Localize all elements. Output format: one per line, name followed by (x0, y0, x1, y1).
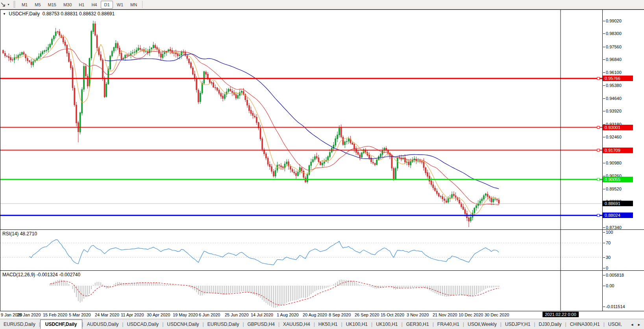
price-tick: 0.96100 (606, 70, 622, 75)
rsi-pane-separator[interactable] (0, 229, 644, 230)
timeframe-button-h1[interactable]: H1 (76, 1, 87, 9)
date-tick-label: 25 Jun 2020 (225, 312, 249, 317)
date-tick-label: 10 Dec 2020 (459, 312, 483, 317)
timeframe-button-m5[interactable]: M5 (31, 1, 44, 9)
date-tick-label: 1 Aug 2020 (277, 312, 299, 317)
tab-scroll-left-icon[interactable]: ◄ (630, 323, 634, 327)
timeframe-button-m30[interactable]: M30 (60, 1, 75, 9)
rsi-axis-tick: 0 (606, 266, 608, 270)
chart-tab-usdchf-daily[interactable]: USDCHF,Daily (40, 320, 82, 329)
price-tick: 0.92460 (606, 135, 622, 139)
date-tick-label: 30 Apr 2020 (147, 312, 170, 317)
tab-scroll-controls: ◄ ► (626, 320, 644, 329)
level-price-badge: 0.90055 (603, 177, 633, 182)
timeframe-button-d1[interactable]: D1 (101, 1, 113, 9)
chart-tab-eurusd-daily[interactable]: EURUSD,Daily (0, 320, 39, 329)
collapse-triangle-icon[interactable]: ▼ (3, 12, 6, 16)
chart-tab-usoil-weekly[interactable]: USOil,Weekly (464, 320, 500, 329)
chart-tab-usdcad-daily[interactable]: USDCAD,Daily (123, 320, 162, 329)
chart-tab-ger30-h1[interactable]: GER30,H1 (403, 320, 433, 329)
chart-tab-eurusd-daily[interactable]: EURUSD,Daily (204, 320, 243, 329)
price-tick: 0.98300 (606, 31, 622, 36)
rsi-indicator-label: RSI(14) 48.2710 (2, 231, 37, 237)
date-tick-label: 5 Mar 2020 (69, 312, 91, 317)
chart-symbol-label: USDCHF,Daily (9, 11, 40, 17)
chart-tool-icon (0, 2, 6, 7)
caret-down-icon[interactable]: ▼ (7, 3, 10, 6)
macd-pane-separator[interactable] (0, 270, 644, 271)
main-price-pane (0, 21, 602, 227)
macd-axis-tick: 0.005818 (606, 273, 624, 277)
chart-tool-button[interactable]: ▼ (0, 2, 11, 7)
chart-tab-gbpusd-h4[interactable]: GBPUSD,H4 (244, 320, 278, 329)
tab-scroll-right-icon[interactable]: ► (637, 323, 641, 327)
date-tick-label: 26 Sep 2020 (355, 312, 379, 317)
timeframe-button-w1[interactable]: W1 (114, 1, 127, 9)
chart-tab-usdcnh-daily[interactable]: USDCNH,Daily (163, 320, 202, 329)
timeframe-button-m15[interactable]: M15 (45, 1, 59, 9)
timeframe-button-m1[interactable]: M1 (19, 1, 31, 9)
chart-tab-uk100-h1[interactable]: UK100,H1 (342, 320, 371, 329)
level-price-badge: 0.93001 (603, 125, 633, 130)
date-tick-label: 6 Jun 2020 (199, 312, 220, 317)
price-tick: 0.93920 (606, 109, 622, 113)
chart-tab-hk50-h1[interactable]: HK50,H1 (315, 320, 341, 329)
date-tick-label: 21 Nov 2020 (433, 312, 457, 317)
chart-left-border (0, 9, 0, 311)
quote-open: 0.88753 (43, 11, 59, 17)
date-tick-label: 30 Dec 2020 (485, 312, 509, 317)
date-tick-label: 15 Oct 2020 (381, 312, 404, 317)
date-tick-label: 20 Aug 2020 (303, 312, 327, 317)
date-tick-label: 24 Mar 2020 (95, 312, 119, 317)
toolbar-drag-grip[interactable] (13, 1, 15, 8)
chart-tab-list: EURUSD,Daily|USDCHF,Daily|AUDUSD,Daily|U… (0, 320, 625, 329)
date-tick-label: 15 Feb 2020 (43, 312, 67, 317)
chart-tab-usoil[interactable]: USOil, (605, 320, 625, 329)
current-price-badge: 0.88691 (603, 201, 633, 206)
chart-tab-dj30-daily[interactable]: DJ30,Daily (535, 320, 565, 329)
level-price-badge: 0.88024 (603, 213, 633, 218)
chart-tab-audusd-daily[interactable]: AUDUSD,Daily (83, 320, 122, 329)
time-axis[interactable]: 2021.02.22 0:00 9 Jan 202028 Jan 202015 … (0, 311, 644, 319)
price-tick: 0.89520 (606, 187, 622, 191)
date-tick-label: 11 Apr 2020 (121, 312, 144, 317)
date-tick-label: 3 Nov 2020 (407, 312, 429, 317)
rsi-pane (0, 240, 602, 265)
top-toolbar: ▼ M1M5M15M30H1H4D1W1MN (0, 0, 644, 9)
chart-plot[interactable] (0, 0, 644, 329)
overlay-objects (561, 10, 600, 311)
macd-indicator-label: MACD(12,26,9) -0.001324 -0.002740 (2, 272, 80, 277)
chart-tab-uk100-h1[interactable]: UK100,H1 (372, 320, 401, 329)
macd-axis-tick: -0.011514 (606, 304, 625, 309)
chart-tab-china300-h1[interactable]: CHINA300,H1 (566, 320, 603, 329)
price-tick: 0.97560 (606, 44, 622, 49)
price-tick: 0.87340 (606, 225, 622, 230)
timeframe-button-group: M1M5M15M30H1H4D1W1MN (18, 1, 141, 9)
chart-tab-usdjpy-h1[interactable]: USDJPY,H1 (502, 320, 534, 329)
date-tick-label: 19 May 2020 (173, 312, 198, 317)
date-tick-label: 8 Sep 2020 (329, 312, 351, 317)
chart-top-border (0, 9, 644, 10)
timeframe-button-mn[interactable]: MN (127, 1, 140, 9)
chart-tab-xauusd-h4[interactable]: XAUUSD,H4 (279, 320, 314, 329)
timeframe-button-h4[interactable]: H4 (88, 1, 100, 9)
price-tick: 0.94640 (606, 96, 622, 101)
price-axis[interactable]: 0.990200.983000.975600.968400.961000.953… (602, 0, 644, 329)
chart-tab-fra40-h1[interactable]: FRA40,H1 (434, 320, 463, 329)
quote-close: 0.88691 (98, 11, 115, 17)
price-tick: 0.99020 (606, 18, 622, 23)
macd-axis-tick: 0.00 (606, 283, 614, 288)
price-tick: 0.96840 (606, 57, 622, 62)
level-price-badge: 0.91709 (603, 148, 633, 153)
level-price-badge: 0.95766 (603, 76, 633, 81)
price-tick: 0.95380 (606, 83, 622, 88)
rsi-axis-tick: 30 (606, 255, 611, 260)
chart-bottom-border (0, 311, 644, 311)
date-tick-label: 14 Jul 2020 (251, 312, 273, 317)
quote-low: 0.88632 (79, 11, 96, 17)
quote-high: 0.88831 (61, 11, 78, 17)
vertical-line-date-label: 2021.02.22 0:00 (542, 312, 579, 317)
date-tick-label: 28 Jan 2020 (17, 312, 41, 317)
macd-pane (50, 279, 499, 308)
rsi-axis-tick: 100 (606, 230, 613, 235)
